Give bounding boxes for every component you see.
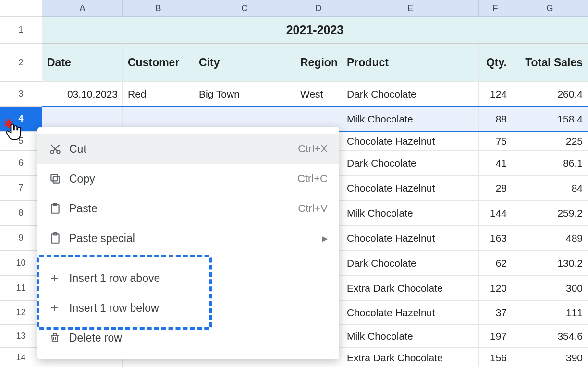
cell-D3[interactable]: West bbox=[295, 82, 342, 107]
cell-E12[interactable]: Chocolate Hazelnut bbox=[342, 301, 479, 325]
cell-F6[interactable]: 41 bbox=[479, 151, 512, 176]
cell-G7[interactable]: 84 bbox=[512, 176, 588, 201]
select-all-corner[interactable] bbox=[0, 0, 42, 17]
ctx-paste[interactable]: Paste Ctrl+V bbox=[37, 194, 339, 223]
cell-G4[interactable]: 158.4 bbox=[512, 107, 588, 132]
cell-A3[interactable]: 03.10.2023 bbox=[42, 82, 123, 107]
title-cell[interactable]: 2021-2023 bbox=[42, 17, 588, 44]
row-header-6[interactable]: 6 bbox=[0, 151, 42, 176]
cell-F10[interactable]: 62 bbox=[479, 251, 512, 276]
cell-G3[interactable]: 260.4 bbox=[512, 82, 588, 107]
row-1: 1 2021-2023 bbox=[0, 17, 588, 44]
cell-F14[interactable]: 156 bbox=[479, 348, 512, 367]
ctx-paste-shortcut: Ctrl+V bbox=[298, 202, 328, 215]
cell-E5[interactable]: Chocolate Hazelnut bbox=[342, 132, 479, 151]
row-header-4[interactable]: 4 bbox=[0, 107, 42, 132]
row-header-13[interactable]: 13 bbox=[0, 325, 42, 348]
cell-E8[interactable]: Milk Chocolate bbox=[342, 201, 479, 226]
cell-G6[interactable]: 86.1 bbox=[512, 151, 588, 176]
cell-F4[interactable]: 88 bbox=[479, 107, 512, 132]
plus-icon bbox=[49, 302, 69, 314]
cell-E4[interactable]: Milk Chocolate bbox=[342, 107, 479, 132]
ctx-paste-special[interactable]: Paste special ▶ bbox=[37, 223, 339, 253]
ctx-insert-below-label: Insert 1 row below bbox=[69, 302, 328, 315]
svg-rect-2 bbox=[53, 177, 60, 183]
column-header-F[interactable]: F bbox=[479, 0, 512, 17]
ctx-cut-label: Cut bbox=[69, 143, 298, 156]
row-header-5[interactable]: 5 bbox=[0, 132, 42, 151]
ctx-insert-row-below[interactable]: Insert 1 row below bbox=[37, 293, 339, 323]
header-qty[interactable]: Qty. bbox=[479, 44, 512, 82]
column-header-A[interactable]: A bbox=[42, 0, 123, 17]
row-header-12[interactable]: 12 bbox=[0, 301, 42, 325]
ctx-cut-shortcut: Ctrl+X bbox=[298, 143, 328, 155]
cell-E14[interactable]: Extra Dark Chocolate bbox=[342, 348, 479, 367]
trash-icon bbox=[49, 332, 69, 343]
header-region[interactable]: Region bbox=[295, 44, 342, 82]
ctx-paste-special-label: Paste special bbox=[69, 232, 322, 245]
svg-point-0 bbox=[50, 150, 54, 154]
cell-B3[interactable]: Red bbox=[123, 82, 194, 107]
ctx-separator bbox=[37, 258, 339, 258]
cell-G9[interactable]: 489 bbox=[512, 226, 588, 251]
header-total[interactable]: Total Sales bbox=[512, 44, 588, 82]
ctx-cut[interactable]: Cut Ctrl+X bbox=[37, 134, 339, 164]
column-header-G[interactable]: G bbox=[512, 0, 588, 17]
column-header-C[interactable]: C bbox=[194, 0, 295, 17]
cell-F7[interactable]: 28 bbox=[479, 176, 512, 201]
cell-G10[interactable]: 130.2 bbox=[512, 251, 588, 276]
plus-icon bbox=[49, 272, 69, 284]
header-customer[interactable]: Customer bbox=[123, 44, 194, 82]
ctx-copy[interactable]: Copy Ctrl+C bbox=[37, 164, 339, 194]
row-header-9[interactable]: 9 bbox=[0, 226, 42, 251]
cell-F8[interactable]: 144 bbox=[479, 201, 512, 226]
ctx-insert-above-label: Insert 1 row above bbox=[69, 272, 328, 285]
cell-E11[interactable]: Extra Dark Chocolate bbox=[342, 276, 479, 301]
row-header-10[interactable]: 10 bbox=[0, 251, 42, 276]
ctx-insert-row-above[interactable]: Insert 1 row above bbox=[37, 263, 339, 293]
header-product[interactable]: Product bbox=[342, 44, 479, 82]
row-header-2[interactable]: 2 bbox=[0, 44, 42, 82]
row-header-1[interactable]: 1 bbox=[0, 17, 42, 44]
submenu-arrow-icon: ▶ bbox=[322, 234, 328, 243]
cell-F13[interactable]: 197 bbox=[479, 325, 512, 348]
cell-G5[interactable]: 225 bbox=[512, 132, 588, 151]
header-city[interactable]: City bbox=[194, 44, 295, 82]
cell-F11[interactable]: 120 bbox=[479, 276, 512, 301]
row-header-8[interactable]: 8 bbox=[0, 201, 42, 226]
column-header-D[interactable]: D bbox=[295, 0, 342, 17]
cell-F12[interactable]: 37 bbox=[479, 301, 512, 325]
cell-G12[interactable]: 111 bbox=[512, 301, 588, 325]
cut-icon bbox=[49, 143, 69, 155]
cell-F5[interactable]: 75 bbox=[479, 132, 512, 151]
paste-special-icon bbox=[49, 232, 69, 245]
column-header-E[interactable]: E bbox=[342, 0, 479, 17]
cell-E7[interactable]: Chocolate Hazelnut bbox=[342, 176, 479, 201]
cell-C3[interactable]: Big Town bbox=[194, 82, 295, 107]
svg-point-1 bbox=[57, 150, 60, 154]
paste-icon bbox=[49, 202, 69, 215]
row-header-3[interactable]: 3 bbox=[0, 82, 42, 107]
column-header-B[interactable]: B bbox=[123, 0, 194, 17]
cell-E3[interactable]: Dark Chocolate bbox=[342, 82, 479, 107]
ctx-paste-label: Paste bbox=[69, 202, 298, 215]
cell-G13[interactable]: 354.6 bbox=[512, 325, 588, 348]
cell-E13[interactable]: Milk Chocolate bbox=[342, 325, 479, 348]
cell-G11[interactable]: 300 bbox=[512, 276, 588, 301]
cell-E6[interactable]: Dark Chocolate bbox=[342, 151, 479, 176]
cell-E10[interactable]: Dark Chocolate bbox=[342, 251, 479, 276]
ctx-delete-row[interactable]: Delete row bbox=[37, 323, 339, 353]
row-header-14[interactable]: 14 bbox=[0, 348, 42, 367]
ctx-copy-label: Copy bbox=[69, 172, 297, 185]
cell-E9[interactable]: Chocolate Hazelnut bbox=[342, 226, 479, 251]
cell-F9[interactable]: 163 bbox=[479, 226, 512, 251]
row-header-7[interactable]: 7 bbox=[0, 176, 42, 201]
row-header-11[interactable]: 11 bbox=[0, 276, 42, 301]
context-menu: Cut Ctrl+X Copy Ctrl+C Paste Ctrl+V Past… bbox=[37, 127, 339, 359]
ctx-copy-shortcut: Ctrl+C bbox=[297, 172, 328, 185]
cell-G14[interactable]: 390 bbox=[512, 348, 588, 367]
header-date[interactable]: Date bbox=[42, 44, 123, 82]
cell-F3[interactable]: 124 bbox=[479, 82, 512, 107]
column-header-row: A B C D E F G bbox=[0, 0, 588, 17]
cell-G8[interactable]: 259.2 bbox=[512, 201, 588, 226]
